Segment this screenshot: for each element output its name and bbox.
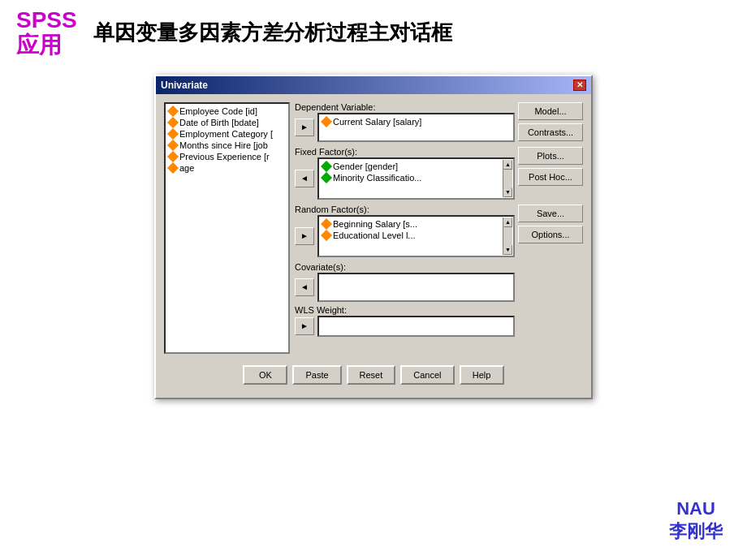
- paste-button[interactable]: Paste: [292, 365, 341, 385]
- dep-var-icon: [321, 116, 332, 127]
- scroll-up[interactable]: ▲: [503, 218, 512, 227]
- random-item-2: Educational Level l...: [321, 230, 512, 241]
- var-icon: [167, 151, 179, 162]
- covariate-label: Covariate(s):: [295, 262, 583, 272]
- dialog-title: Univariate: [161, 80, 208, 91]
- dialog-wrapper: Univariate ✕ Employee Code [id] Date of …: [0, 75, 747, 399]
- list-item: Date of Birth [bdate]: [167, 117, 287, 128]
- list-item: Previous Experience [r: [167, 151, 287, 162]
- cancel-button[interactable]: Cancel: [400, 365, 454, 385]
- fixed-arrow-btn[interactable]: ◄: [295, 170, 314, 187]
- variable-list[interactable]: Employee Code [id] Date of Birth [bdate]…: [164, 102, 290, 354]
- wls-label: WLS Weight:: [295, 305, 583, 315]
- dependent-label: Dependent Variable:: [295, 102, 515, 112]
- fixed-btn-col: Plots... Post Hoc...: [518, 147, 583, 186]
- list-item: Months since Hire [job: [167, 140, 287, 151]
- scroll-up[interactable]: ▲: [503, 160, 512, 170]
- header: SPSS 应用 单因变量多因素方差分析过程主对话框: [0, 0, 747, 67]
- dependent-row: Dependent Variable: ► Current Salary [sa…: [295, 102, 583, 142]
- nau-watermark: NAU 李刚华: [669, 498, 723, 544]
- post-hoc-button[interactable]: Post Hoc...: [518, 168, 583, 186]
- plots-button[interactable]: Plots...: [518, 147, 583, 165]
- reset-button[interactable]: Reset: [347, 365, 396, 385]
- dependent-arrow-btn[interactable]: ►: [295, 118, 314, 136]
- list-item: age: [167, 162, 287, 174]
- univariate-dialog: Univariate ✕ Employee Code [id] Date of …: [154, 75, 593, 399]
- right-panels: Dependent Variable: ► Current Salary [sa…: [295, 102, 583, 354]
- var-icon: [167, 106, 179, 117]
- random-label: Random Factor(s):: [295, 205, 515, 214]
- random-section: Random Factor(s): ► Beginning Salary [s.…: [295, 205, 583, 259]
- var-icon: [167, 162, 179, 174]
- fixed-var-icon: [321, 161, 332, 172]
- fixed-label: Fixed Factor(s):: [295, 147, 515, 157]
- dialog-titlebar: Univariate ✕: [156, 76, 591, 94]
- page-title: 单因变量多因素方差分析过程主对话框: [93, 19, 452, 47]
- scroll-down[interactable]: ▼: [503, 245, 512, 255]
- ok-button[interactable]: OK: [243, 365, 287, 385]
- list-item: Employment Category [: [167, 128, 287, 140]
- list-item: Employee Code [id]: [167, 106, 287, 117]
- help-button[interactable]: Help: [460, 365, 504, 385]
- fixed-item-2: Minority Classificatio...: [321, 172, 512, 183]
- var-icon: [167, 128, 179, 140]
- close-button[interactable]: ✕: [573, 80, 586, 91]
- dependent-section: Dependent Variable: ► Current Salary [sa…: [295, 102, 583, 144]
- random-scrollbar[interactable]: ▲ ▼: [503, 218, 512, 255]
- covariate-listbox[interactable]: [317, 273, 515, 302]
- save-button[interactable]: Save...: [518, 205, 583, 222]
- dependent-listbox[interactable]: Current Salary [salary]: [317, 113, 515, 142]
- fixed-item-1: Gender [gender]: [321, 161, 512, 172]
- model-button[interactable]: Model...: [518, 102, 583, 120]
- random-row: Random Factor(s): ► Beginning Salary [s.…: [295, 205, 583, 257]
- spss-logo: SPSS 应用: [16, 8, 77, 58]
- random-var-icon: [321, 218, 332, 230]
- wls-listbox[interactable]: [317, 316, 515, 337]
- random-listbox[interactable]: Beginning Salary [s... Educational Level…: [317, 215, 515, 257]
- fixed-section: Fixed Factor(s): ◄ Gender [gender]: [295, 147, 583, 201]
- wls-arrow-btn[interactable]: ►: [295, 317, 314, 335]
- random-item-1: Beginning Salary [s...: [321, 218, 512, 230]
- bottom-buttons: OK Paste Reset Cancel Help: [164, 365, 583, 390]
- var-icon: [167, 140, 179, 151]
- fixed-scrollbar[interactable]: ▲ ▼: [503, 160, 512, 197]
- fixed-listbox[interactable]: Gender [gender] Minority Classificatio..…: [317, 157, 515, 200]
- random-btn-col: Save... Options...: [518, 205, 583, 243]
- contrasts-button[interactable]: Contrasts...: [518, 123, 583, 141]
- var-icon: [167, 117, 179, 128]
- right-buttons: Model... Contrasts...: [518, 102, 583, 141]
- covariate-section: Covariate(s): ◄: [295, 262, 583, 302]
- fixed-row: Fixed Factor(s): ◄ Gender [gender]: [295, 147, 583, 200]
- random-arrow-btn[interactable]: ►: [295, 227, 314, 245]
- dependent-item: Current Salary [salary]: [321, 116, 512, 127]
- random-var-icon: [321, 230, 332, 241]
- dialog-body: Employee Code [id] Date of Birth [bdate]…: [156, 94, 591, 398]
- scroll-down[interactable]: ▼: [503, 187, 512, 197]
- wls-section: WLS Weight: ►: [295, 305, 583, 337]
- options-button[interactable]: Options...: [518, 226, 583, 243]
- covariate-arrow-btn[interactable]: ◄: [295, 278, 314, 296]
- main-content-row: Employee Code [id] Date of Birth [bdate]…: [164, 102, 583, 354]
- fixed-var-icon: [321, 172, 332, 183]
